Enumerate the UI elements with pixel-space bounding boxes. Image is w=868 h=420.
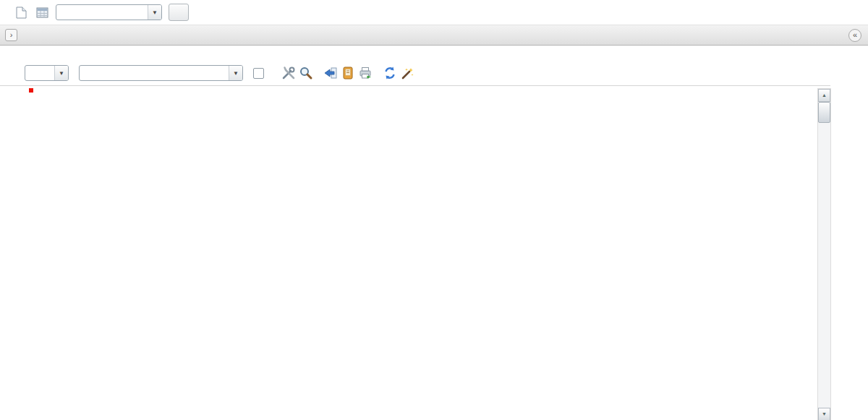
document-icon[interactable] [14,5,28,20]
red-highlight-annotation [29,88,33,93]
archive-icon[interactable] [322,64,339,82]
calendar-icon[interactable] [35,5,49,20]
report-toolbar: ▼ ▼ [25,64,416,82]
menu-button[interactable] [169,4,189,21]
print-format-tools-icon[interactable] [280,64,297,82]
find-icon[interactable] [297,64,315,82]
report-icon[interactable] [339,64,357,82]
chevron-down-icon: ▼ [229,66,242,80]
vertical-scrollbar[interactable]: ▲ ▼ [817,88,831,420]
chevron-down-icon: ▼ [148,5,161,20]
scrollbar-thumb[interactable] [818,102,830,123]
summary-checkbox[interactable] [253,68,264,79]
scroll-down-button[interactable]: ▼ [818,408,830,420]
tab-scroll-left-button[interactable]: › [5,29,17,41]
window-select[interactable]: ▼ [56,4,162,20]
report-select[interactable]: ▼ [79,65,243,81]
tab-bar: › « [0,25,868,46]
toolbar-separator [0,85,830,86]
export-icon[interactable] [357,64,374,82]
idempiere-window: ▼ › « ▼ ▼ [0,0,868,420]
refresh-icon[interactable] [381,64,399,82]
scroll-up-button[interactable]: ▲ [818,89,830,102]
format-select[interactable]: ▼ [25,65,69,81]
top-header: ▼ [0,0,868,25]
toolbar-icons [280,64,416,82]
tab-overflow-button[interactable]: « [848,29,861,42]
summary-option [253,68,268,79]
wizard-wand-icon[interactable] [399,64,416,82]
chevron-down-icon: ▼ [54,66,68,80]
